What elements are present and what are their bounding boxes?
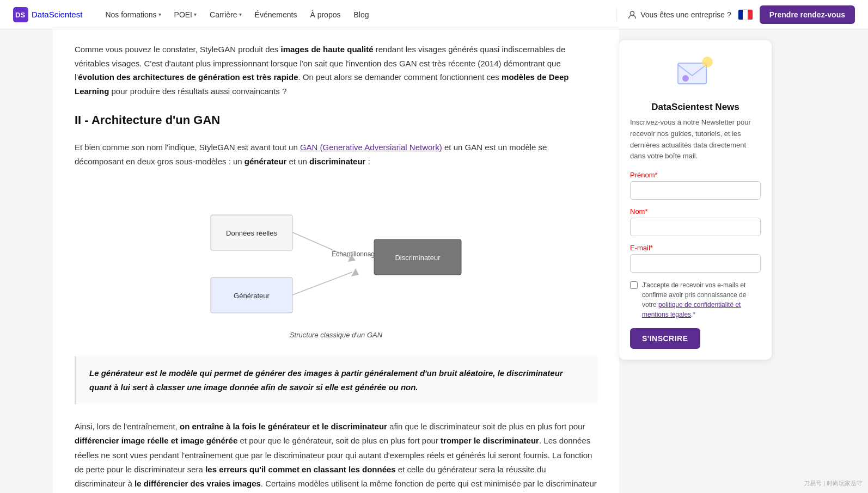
diagram-caption: Structure classique d'un GAN — [290, 331, 382, 339]
svg-point-16 — [682, 75, 689, 82]
prenom-group: Prénom* — [630, 171, 761, 200]
sidebar: ⚙ DataScientest News Inscrivez-vous à no… — [619, 29, 783, 493]
navbar: DS DataScientest Nos formations ▾ POEI ▾… — [0, 0, 868, 29]
gan-diagram: Données réelles Générateur Echantillonna… — [75, 182, 597, 339]
consent-label: J'accepte de recevoir vos e-mails et con… — [642, 280, 761, 319]
subscribe-button[interactable]: S'INSCRIRE — [630, 328, 700, 349]
donnees-label: Données réelles — [226, 229, 277, 237]
nav-carriere[interactable]: Carrière ▾ — [204, 7, 247, 22]
nav-enterprise[interactable]: Vous êtes une entreprise ? — [627, 10, 731, 20]
logo-icon: DS — [13, 7, 28, 22]
nav-evenements[interactable]: Événements — [249, 7, 303, 22]
email-group: E-mail* — [630, 244, 761, 273]
intro-paragraph: Comme vous pouvez le constater, StyleGAN… — [75, 42, 597, 98]
carriere-arrow-icon: ▾ — [239, 11, 242, 17]
nav-poei[interactable]: POEI ▾ — [169, 7, 202, 22]
main-content: Comme vous pouvez le constater, StyleGAN… — [53, 29, 619, 493]
nom-input[interactable] — [630, 218, 761, 236]
svg-text:Discriminateur: Discriminateur — [395, 254, 441, 262]
nav-apropos[interactable]: À propos — [304, 7, 346, 22]
gan-diagram-svg: Données réelles Générateur Echantillonna… — [194, 188, 478, 318]
prenom-input[interactable] — [630, 181, 761, 200]
poei-arrow-icon: ▾ — [194, 11, 197, 17]
article-blockquote: Le générateur est le modèle qui permet d… — [75, 356, 597, 405]
checkbox-row: J'accepte de recevoir vos e-mails et con… — [630, 280, 761, 319]
enterprise-person-icon — [627, 10, 637, 20]
nav-links: Nos formations ▾ POEI ▾ Carrière ▾ Événe… — [100, 7, 607, 22]
nom-group: Nom* — [630, 207, 761, 236]
svg-rect-13 — [678, 63, 706, 84]
newsletter-illustration: ⚙ — [630, 51, 761, 96]
cta-button[interactable]: Prendre rendez-vous — [760, 5, 855, 24]
email-input[interactable] — [630, 254, 761, 273]
newsletter-desc: Inscrivez-vous à notre Newsletter pour r… — [630, 117, 761, 162]
privacy-link[interactable]: politique de confidentialité et mentions… — [642, 301, 741, 318]
email-label: E-mail* — [630, 244, 761, 252]
page-wrap: Comme vous pouvez le constater, StyleGAN… — [53, 29, 815, 493]
section2-para3: Ainsi, lors de l'entraînement, on entraî… — [75, 420, 597, 493]
flag-blue — [738, 10, 743, 20]
newsletter-icon: ⚙ — [674, 51, 717, 95]
svg-point-2 — [631, 11, 634, 15]
nom-label: Nom* — [630, 207, 761, 215]
flag-red — [748, 10, 753, 20]
formations-arrow-icon: ▾ — [158, 11, 161, 17]
nav-formations[interactable]: Nos formations ▾ — [100, 7, 166, 22]
generateur-label: Générateur — [234, 292, 270, 300]
consent-checkbox[interactable] — [630, 281, 638, 289]
flag-white — [743, 10, 748, 20]
newsletter-box: ⚙ DataScientest News Inscrivez-vous à no… — [619, 40, 772, 360]
svg-point-14 — [702, 57, 713, 67]
svg-line-7 — [292, 272, 352, 295]
logo-link[interactable]: DS DataScientest — [13, 7, 82, 22]
logo-text: DataScientest — [32, 10, 82, 19]
svg-text:DS: DS — [15, 11, 25, 19]
france-flag[interactable] — [738, 9, 753, 20]
diagram-svg-wrap: Données réelles Générateur Echantillonna… — [189, 182, 483, 325]
gan-link[interactable]: GAN (Generative Adversiarial Network) — [300, 143, 442, 152]
nav-right: Vous êtes une entreprise ? Prendre rende… — [612, 5, 855, 24]
nav-divider — [616, 8, 616, 21]
prenom-label: Prénom* — [630, 171, 761, 179]
newsletter-title: DataScientest News — [630, 102, 761, 113]
section2-para1: Et bien comme son nom l'indique, StyleGA… — [75, 140, 597, 169]
sidebar-inner: ⚙ DataScientest News Inscrivez-vous à no… — [619, 40, 772, 360]
nav-blog[interactable]: Blog — [348, 7, 374, 22]
section2-title: II - Architecture d'un GAN — [75, 113, 597, 132]
svg-text:Echantillonnage: Echantillonnage — [332, 250, 378, 258]
